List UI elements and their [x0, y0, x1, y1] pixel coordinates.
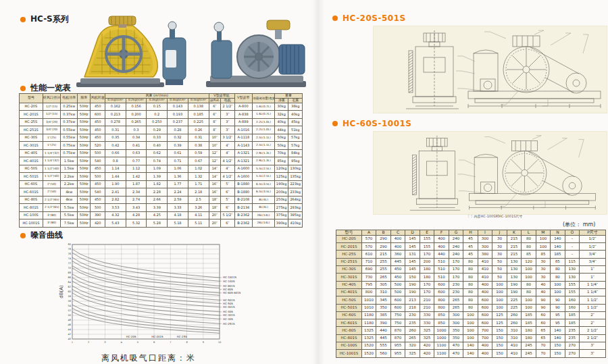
cell: 100: [463, 327, 478, 334]
table-row: HC-251S710255445145200510170804105013012…: [336, 258, 606, 265]
curve-label: HC-30S: [223, 317, 233, 321]
cell: 30kg: [274, 103, 288, 111]
cell: 2 1/2″: [221, 103, 235, 111]
cell: 2.5: [188, 196, 209, 204]
cell: 0.74: [147, 157, 168, 165]
cell: 0.37kw: [61, 111, 78, 119]
cell: 0.31: [105, 126, 126, 134]
cell: 1180: [361, 311, 376, 319]
cell: 385: [376, 311, 390, 319]
cell: 1.87: [126, 180, 147, 188]
column-header: V型皮带轮: [209, 94, 234, 99]
cell: 2.41: [105, 188, 126, 197]
noise-chart-svg: 4042444648505254565860626466687072747678…: [57, 240, 294, 353]
cell: 57kg: [288, 142, 303, 150]
cell: 185: [522, 311, 536, 319]
cell: 8″: [209, 126, 220, 134]
table-row: HC-401S1 1/4″(32)1.5kw50Hz5400.80.770.74…: [20, 157, 303, 165]
svg-text:7: 7: [170, 341, 171, 344]
cell: 160: [565, 304, 579, 311]
table-row: HC-80S1325440870260325100035010070015031…: [336, 327, 606, 334]
cell: 0.37kw: [61, 118, 78, 126]
cell: 2.24: [168, 188, 188, 197]
cell: 18″: [209, 204, 220, 212]
svg-text:60: 60: [68, 290, 71, 293]
cell: 6.5L(3.5L): [253, 180, 275, 188]
curve-label: HC-60S·601S: [223, 291, 241, 294]
cell: 1″: [580, 274, 606, 281]
column-header: L: [522, 230, 536, 236]
cell: 0.143: [168, 103, 188, 111]
cell: 800: [434, 304, 449, 311]
cell: 5.5kw: [61, 204, 78, 212]
cell: 310: [507, 334, 521, 342]
cell: 5.43: [105, 219, 126, 228]
cell: 95kg: [288, 157, 303, 165]
cell: 210: [420, 296, 434, 304]
cell: 700: [478, 327, 492, 334]
bullet-icon: [20, 233, 26, 238]
cell: 300: [449, 319, 463, 327]
cell: 1.39: [147, 173, 168, 181]
cell: 130: [565, 266, 579, 274]
cell: 100: [463, 319, 478, 327]
cell: 1.71: [188, 180, 209, 188]
cell: 410kg: [288, 219, 303, 228]
cell: 5.5L(2.5L): [253, 173, 275, 181]
svg-text:8: 8: [186, 341, 188, 344]
cell: 3/4″: [580, 258, 606, 265]
svg-text:50: 50: [68, 314, 71, 317]
column-header: D: [405, 230, 420, 236]
table-row: HC-20S5702904001451554002404530030215801…: [336, 235, 606, 242]
cell: 1325: [361, 334, 376, 342]
curve-label: HC-80S: [223, 288, 233, 291]
cell: 30: [536, 258, 550, 265]
cell: 190: [507, 281, 521, 288]
cell: 140: [551, 334, 565, 342]
cell: 1.5kw: [61, 157, 78, 165]
cell: 100: [536, 235, 550, 242]
cell: 80: [463, 266, 478, 274]
cell: 240: [449, 251, 463, 258]
cell: 1 1/2″: [580, 296, 606, 304]
cell: 3″(80): [43, 211, 61, 219]
cell: HC-25S: [20, 118, 43, 126]
cell: 3″: [221, 118, 235, 126]
cell: 2.74: [126, 196, 147, 204]
cell: 190: [405, 281, 420, 288]
column-header: B: [376, 230, 390, 236]
drawing1-title: HC-20S-501S: [332, 14, 406, 23]
svg-text:3: 3: [104, 341, 105, 344]
cell: 225: [507, 296, 521, 304]
cell: 3/4″: [580, 251, 606, 258]
cell: 40: [536, 281, 550, 288]
cell: 0.35: [105, 134, 126, 142]
cell: 100: [522, 304, 536, 311]
cell: 50Hz: [78, 142, 91, 150]
cell: 400: [434, 235, 449, 242]
cell: 120: [522, 258, 536, 265]
cell: 320: [405, 342, 420, 350]
column-header: M: [536, 230, 550, 236]
cell: 445: [376, 334, 390, 342]
cell: 130: [565, 274, 579, 281]
cell: 5.11: [188, 219, 209, 228]
cell: 0.55kw: [61, 126, 78, 134]
noise-curve-HC-401S: [72, 281, 220, 307]
cell: 1010: [361, 304, 376, 311]
cell: 375kg: [274, 211, 288, 219]
cell: 1520: [361, 342, 376, 350]
cell: 0.250: [147, 118, 168, 126]
cell: 400: [390, 235, 405, 242]
model-cell: HC-601S: [336, 319, 362, 327]
table-row: HC-501S1 1/2″(40)2.2kw50Hz5001.441.421.3…: [20, 173, 303, 181]
cell: 180: [522, 334, 536, 342]
cell: 350: [449, 327, 463, 334]
cell: 300: [478, 235, 492, 242]
cell: HC-301S: [20, 142, 43, 150]
technical-drawing-2: [374, 132, 607, 214]
table-row: HC-1001S3″(80)7.5kw50Hz4205.435.325.285.…: [20, 219, 303, 228]
cell: 2″: [580, 311, 606, 319]
cell: 245: [522, 350, 536, 357]
table-row: HC-60S2″(50)2.2kw50Hz4501.901.871.821.77…: [20, 180, 303, 188]
